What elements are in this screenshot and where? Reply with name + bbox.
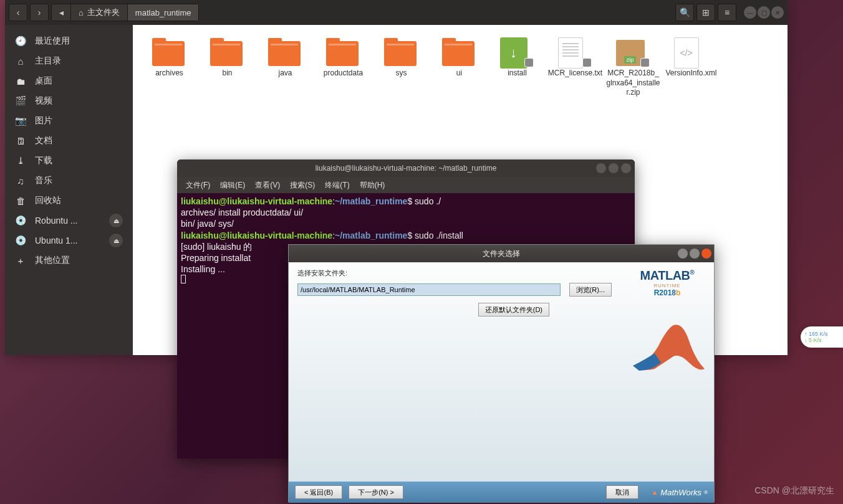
term-maximize-button[interactable] (609, 163, 619, 173)
file-label: MCR_R2018b_glnxa64_installer.zip (606, 69, 661, 98)
folder-icon (210, 41, 243, 66)
sidebar-item[interactable]: 🎬视频 (5, 91, 133, 111)
sidebar-item[interactable]: ⤓下载 (5, 151, 133, 171)
browse-button[interactable]: 浏览(R)... (569, 283, 612, 297)
headerbar: ‹ › ◂ ⌂主文件夹 matlab_runtime 🔍 ⊞ ≡ — ▢ ✕ (5, 0, 788, 25)
inst-maximize-button[interactable] (690, 249, 700, 259)
installer-window: 文件夹选择 选择安装文件夹: 浏览(R)... 还原默认文件夹(D) MATLA… (288, 244, 715, 502)
file-item[interactable]: </>VersionInfo.xml (662, 37, 720, 98)
sidebar-item-label: 最近使用 (35, 36, 70, 47)
term-close-button[interactable] (621, 163, 631, 173)
file-label: java (278, 69, 292, 78)
terminal-menu-item[interactable]: 搜索(S) (286, 179, 319, 192)
inst-minimize-button[interactable] (678, 249, 688, 259)
sidebar-item[interactable]: 💿Ubuntu 1...⏏ (5, 231, 133, 250)
window-controls: — ▢ ✕ (744, 6, 784, 19)
view-button[interactable]: ⊞ (696, 4, 715, 21)
sidebar-item[interactable]: 🕘最近使用 (5, 31, 133, 51)
terminal-menu-item[interactable]: 终端(T) (321, 179, 353, 192)
sidebar-icon: ⌂ (15, 56, 26, 67)
file-item[interactable]: java (256, 37, 314, 98)
installer-titlebar: 文件夹选择 (289, 245, 714, 262)
sidebar-item-label: 文档 (35, 135, 52, 146)
file-item[interactable]: archives (140, 37, 198, 98)
file-item[interactable]: ui (430, 37, 488, 98)
mathworks-logo: MathWorks® (651, 488, 708, 497)
restore-default-button[interactable]: 还原默认文件夹(D) (478, 303, 549, 316)
sidebar-item-label: Ubuntu 1... (35, 235, 78, 245)
file-label: install (508, 69, 527, 78)
document-icon (558, 37, 583, 69)
sidebar-item[interactable]: ⌂主目录 (5, 51, 133, 71)
cancel-button[interactable]: 取消 (606, 485, 638, 499)
sidebar-item-label: 音乐 (35, 175, 52, 186)
install-path-input[interactable] (297, 283, 561, 296)
menu-button[interactable]: ≡ (718, 4, 736, 21)
breadcrumb-home[interactable]: ⌂主文件夹 (71, 4, 127, 21)
folder-icon (268, 41, 301, 66)
sidebar-item[interactable]: 🖿桌面 (5, 71, 133, 91)
sidebar-icon: 💿 (15, 215, 26, 226)
minimize-button[interactable]: — (744, 6, 756, 19)
sidebar-icon: + (15, 255, 26, 266)
file-label: bin (222, 69, 232, 78)
eject-icon[interactable]: ⏏ (109, 214, 123, 227)
terminal-menubar: 文件(F)编辑(E)查看(V)搜索(S)终端(T)帮助(H) (177, 177, 635, 193)
close-button[interactable]: ✕ (771, 6, 784, 19)
sidebar-item-label: 桌面 (35, 75, 52, 87)
maximize-button[interactable]: ▢ (758, 6, 770, 19)
sidebar-icon: ♫ (15, 176, 26, 186)
file-item[interactable]: MCR_R2018b_glnxa64_installer.zip (604, 37, 662, 98)
sidebar-item[interactable]: ♫音乐 (5, 171, 133, 191)
runtime-label: RUNTIME (653, 283, 680, 288)
sidebar: 🕘最近使用⌂主目录🖿桌面🎬视频📷图片🖺文档⤓下载♫音乐🗑回收站💿Robuntu … (5, 25, 133, 355)
forward-button[interactable]: › (30, 4, 49, 21)
file-item[interactable]: bin (198, 37, 256, 98)
download-speed: ↓ 5 K/s (804, 337, 839, 343)
search-button[interactable]: 🔍 (675, 4, 694, 21)
sidebar-item-label: 主目录 (35, 55, 61, 67)
sidebar-item[interactable]: 📷图片 (5, 111, 133, 131)
next-button[interactable]: 下一步(N) > (349, 485, 403, 499)
xml-icon: </> (674, 37, 699, 69)
installer-title: 文件夹选择 (483, 249, 520, 259)
lock-icon (640, 58, 650, 67)
file-label: VersionInfo.xml (665, 69, 716, 78)
eject-icon[interactable]: ⏏ (109, 234, 123, 247)
sidebar-item[interactable]: 🗑回收站 (5, 191, 133, 211)
sidebar-icon: 🖿 (15, 76, 26, 87)
sidebar-icon: 🖺 (15, 136, 26, 146)
terminal-menu-item[interactable]: 编辑(E) (216, 179, 249, 192)
file-label: sys (396, 69, 407, 78)
file-item[interactable]: install (488, 37, 546, 98)
folder-icon (152, 41, 185, 66)
sidebar-item-label: 回收站 (35, 195, 61, 206)
file-label: ui (456, 69, 462, 78)
file-item[interactable]: productdata (314, 37, 372, 98)
breadcrumb-folder[interactable]: matlab_runtime (128, 4, 199, 21)
terminal-titlebar: liukaishu@liukaishu-virtual-machine: ~/m… (177, 159, 635, 177)
upload-speed: ↑ 165 K/s (804, 331, 839, 337)
inst-close-button[interactable] (701, 249, 711, 259)
file-item[interactable]: MCR_license.txt (546, 37, 604, 98)
terminal-title: liukaishu@liukaishu-virtual-machine: ~/m… (316, 164, 497, 173)
folder-icon (326, 41, 359, 66)
sidebar-icon: 🎬 (15, 95, 26, 107)
cursor-icon (181, 275, 186, 283)
sidebar-item[interactable]: 💿Robuntu ...⏏ (5, 211, 133, 231)
term-minimize-button[interactable] (596, 163, 606, 173)
sidebar-item[interactable]: +其他位置 (5, 250, 133, 270)
file-item[interactable]: sys (372, 37, 430, 98)
sidebar-item-label: Robuntu ... (35, 216, 78, 226)
matlab-logo: MATLAB® (640, 269, 695, 283)
folder-icon (384, 41, 417, 66)
breadcrumb: ◂ ⌂主文件夹 matlab_runtime (51, 4, 199, 21)
path-menu-button[interactable]: ◂ (52, 4, 70, 21)
back-button[interactable]: ‹ (9, 4, 27, 21)
back-button[interactable]: < 返回(B) (295, 485, 342, 499)
terminal-menu-item[interactable]: 查看(V) (251, 179, 284, 192)
terminal-menu-item[interactable]: 文件(F) (182, 179, 214, 192)
terminal-menu-item[interactable]: 帮助(H) (356, 179, 389, 192)
sidebar-icon: 🗑 (15, 196, 26, 206)
sidebar-item[interactable]: 🖺文档 (5, 131, 133, 151)
